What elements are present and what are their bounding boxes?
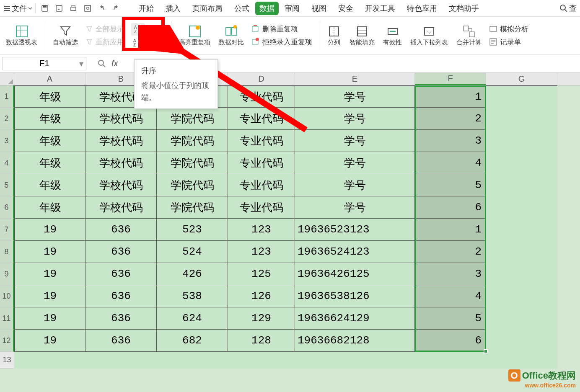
- cell[interactable]: 5: [415, 174, 486, 196]
- cell[interactable]: [486, 330, 557, 352]
- cell[interactable]: [486, 352, 557, 369]
- row-header[interactable]: 10: [0, 285, 14, 307]
- cell[interactable]: 19: [14, 241, 85, 263]
- cell[interactable]: [486, 307, 557, 330]
- cell[interactable]: 学校代码: [85, 174, 157, 196]
- cell[interactable]: 4: [415, 152, 486, 174]
- cell[interactable]: 3: [415, 130, 486, 152]
- cell[interactable]: 5: [415, 307, 486, 330]
- search-icon[interactable]: [559, 4, 568, 13]
- cell[interactable]: 年级: [14, 152, 85, 174]
- row-header[interactable]: 3: [0, 130, 14, 152]
- cell[interactable]: [486, 130, 557, 152]
- file-menu[interactable]: 文件: [3, 3, 33, 13]
- cell[interactable]: 123: [228, 241, 295, 263]
- tab-review[interactable]: 审阅: [279, 2, 306, 15]
- cell[interactable]: 19636426125: [295, 263, 415, 285]
- tab-view[interactable]: 视图: [306, 2, 332, 15]
- cell[interactable]: 19636624129: [295, 307, 415, 330]
- tab-security[interactable]: 安全: [332, 2, 359, 15]
- row-header[interactable]: 5: [0, 174, 14, 196]
- show-all-button[interactable]: 全部显示: [84, 23, 126, 35]
- cell[interactable]: 学号: [295, 196, 415, 219]
- cell[interactable]: 年级: [14, 174, 85, 196]
- cell[interactable]: [14, 352, 85, 369]
- cell[interactable]: 636: [85, 263, 157, 285]
- cell[interactable]: 19636538126: [295, 285, 415, 307]
- cell[interactable]: 129: [228, 307, 295, 330]
- cell[interactable]: 636: [85, 330, 157, 352]
- cell[interactable]: 学院代码: [157, 108, 228, 130]
- col-header-g[interactable]: G: [486, 73, 557, 85]
- cell[interactable]: 19: [14, 330, 85, 352]
- cell[interactable]: 年级: [14, 85, 85, 108]
- print-icon[interactable]: [69, 4, 78, 13]
- remove-dup-button[interactable]: 删除重复项: [250, 23, 314, 35]
- cell[interactable]: 年级: [14, 130, 85, 152]
- cell[interactable]: [486, 241, 557, 263]
- zoom-icon[interactable]: [97, 59, 106, 68]
- cell[interactable]: 学院代码: [157, 130, 228, 152]
- cell[interactable]: 636: [85, 219, 157, 241]
- cell[interactable]: 426: [157, 263, 228, 285]
- cell[interactable]: 学号: [295, 174, 415, 196]
- record-form-button[interactable]: 记录单: [487, 36, 530, 48]
- col-header-e[interactable]: E: [295, 73, 415, 85]
- cell[interactable]: 1: [415, 85, 486, 108]
- cell[interactable]: 19: [14, 307, 85, 330]
- col-header-d[interactable]: D: [228, 73, 295, 85]
- cell[interactable]: 年级: [14, 108, 85, 130]
- split-col-button[interactable]: 分列: [324, 23, 344, 47]
- redo-icon[interactable]: [112, 4, 120, 13]
- cell[interactable]: 学号: [295, 108, 415, 130]
- cell[interactable]: 19: [14, 263, 85, 285]
- cell[interactable]: [157, 352, 228, 369]
- cell[interactable]: 19: [14, 285, 85, 307]
- row-header[interactable]: 11: [0, 307, 14, 330]
- cell[interactable]: 6: [415, 330, 486, 352]
- row-header[interactable]: 1: [0, 85, 14, 108]
- cell[interactable]: 学院代码: [157, 152, 228, 174]
- row-header[interactable]: 2: [0, 108, 14, 130]
- cell[interactable]: 128: [228, 330, 295, 352]
- cell[interactable]: [486, 174, 557, 196]
- cell[interactable]: 19636682128: [295, 330, 415, 352]
- dropdown-list-button[interactable]: 插入下拉列表: [408, 23, 451, 47]
- cell[interactable]: 125: [228, 263, 295, 285]
- preview-icon[interactable]: [83, 4, 92, 13]
- tab-insert[interactable]: 插入: [160, 2, 186, 15]
- cell[interactable]: 6: [415, 196, 486, 219]
- undo-icon[interactable]: [98, 4, 106, 13]
- cell[interactable]: [415, 352, 486, 369]
- cell[interactable]: [486, 196, 557, 219]
- cell[interactable]: 学校代码: [85, 130, 157, 152]
- row-header[interactable]: 9: [0, 263, 14, 285]
- reject-dup-button[interactable]: 拒绝录入重复项: [250, 36, 314, 48]
- cell[interactable]: [486, 219, 557, 241]
- selection-handle[interactable]: [484, 349, 488, 353]
- save-as-icon[interactable]: [55, 4, 63, 13]
- cell[interactable]: 专业代码: [228, 152, 295, 174]
- cell[interactable]: 3: [415, 263, 486, 285]
- cell[interactable]: 126: [228, 285, 295, 307]
- data-compare-button[interactable]: 数据对比: [216, 23, 246, 47]
- cell[interactable]: 学院代码: [157, 196, 228, 219]
- cell[interactable]: 2: [415, 108, 486, 130]
- cell[interactable]: 专业代码: [228, 108, 295, 130]
- cell[interactable]: 学校代码: [85, 108, 157, 130]
- tab-layout[interactable]: 页面布局: [186, 2, 228, 15]
- name-box[interactable]: F1 ▾: [3, 57, 86, 70]
- cell[interactable]: 123: [228, 219, 295, 241]
- cell[interactable]: 636: [85, 241, 157, 263]
- cell[interactable]: 1: [415, 219, 486, 241]
- sort-asc-button[interactable]: AZ: [131, 23, 145, 36]
- cell[interactable]: 专业代码: [228, 174, 295, 196]
- smart-fill-button[interactable]: 智能填充: [347, 23, 377, 47]
- sort-desc-button[interactable]: AZ: [131, 37, 145, 48]
- cell[interactable]: [486, 263, 557, 285]
- cell[interactable]: 年级: [14, 196, 85, 219]
- cell[interactable]: 学校代码: [85, 196, 157, 219]
- save-icon[interactable]: [41, 4, 49, 13]
- cell[interactable]: 636: [85, 285, 157, 307]
- cell[interactable]: 学号: [295, 85, 415, 108]
